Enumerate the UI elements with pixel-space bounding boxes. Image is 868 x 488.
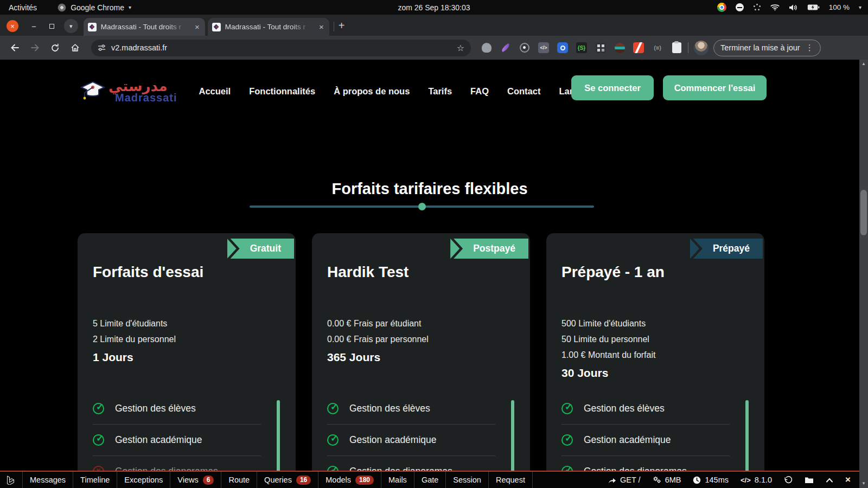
feature-label: Gestion des diaporamas [584, 466, 687, 471]
tab-close-icon[interactable]: × [318, 23, 325, 31]
tab-close-icon[interactable]: × [194, 23, 201, 31]
cross-circle-icon: × [93, 466, 104, 471]
scroll-down-arrow-icon[interactable]: ▼ [859, 481, 868, 486]
feature-list: ✓ Gestion des élèves ✓ Gestion académiqu… [327, 393, 495, 471]
update-chrome-button[interactable]: Terminer la mise à jour ⋮ [713, 40, 821, 56]
collapse-up-icon[interactable] [826, 478, 833, 483]
system-menu-caret-icon[interactable]: ▾ [859, 4, 861, 10]
debugbar-tab-session[interactable]: Session [446, 472, 489, 488]
debugbar-tab-route[interactable]: Route [221, 472, 257, 488]
plan-badge: Gratuit [227, 239, 294, 259]
debugbar-tab-queries[interactable]: Queries16 [257, 472, 318, 488]
debugbar-tab-mails[interactable]: Mails [381, 472, 414, 488]
debugbar-tab-messages[interactable]: Messages [23, 472, 73, 488]
colorpicker-extension-icon[interactable] [633, 42, 644, 54]
window-minimize-button[interactable]: − [31, 22, 36, 30]
debugbar-tab-models[interactable]: Models180 [318, 472, 381, 488]
window-maximize-button[interactable] [49, 24, 54, 29]
check-circle-icon: ✓ [561, 434, 573, 446]
debugbar-tab-exceptions[interactable]: Exceptions [117, 472, 170, 488]
page-title: Forfaits tarifaires flexibles [0, 180, 859, 198]
goggles-extension-icon[interactable] [614, 42, 626, 54]
forward-button[interactable] [27, 40, 43, 56]
battery-icon[interactable] [807, 4, 820, 11]
site-logo[interactable]: مدرستي Madrassati [80, 79, 177, 103]
feature-row: ✓ Gestion des diaporamas [561, 456, 730, 471]
feature-label: Gestion académique [349, 434, 437, 446]
profile-avatar[interactable] [694, 41, 709, 55]
nav-a-propos[interactable]: À propos de nous [334, 86, 410, 97]
tab-title: Madrassati - Tout droits r [101, 23, 189, 31]
card-scrollbar[interactable] [511, 400, 514, 471]
code-extension-icon[interactable]: </> [538, 42, 550, 54]
plans-slider-track[interactable] [250, 206, 594, 208]
feature-row: ✓ Gestion des élèves [561, 393, 730, 425]
do-not-disturb-icon[interactable] [736, 3, 744, 11]
recorder-extension-icon[interactable] [519, 42, 531, 54]
plan-duration: 365 Jours [327, 351, 515, 364]
tab-active[interactable]: Madrassati - Tout droits r × [84, 18, 205, 36]
bookmark-star-icon[interactable]: ☆ [457, 43, 464, 53]
chrome-tray-icon-inner [719, 5, 724, 10]
folder-icon[interactable] [805, 477, 814, 484]
window-close-button[interactable]: × [7, 20, 18, 32]
new-tab-button[interactable]: + [339, 20, 345, 31]
desktop-screen: Activités Google Chrome ▾ zom 26 Sep 18:… [0, 0, 868, 488]
feature-label: Gestion des élèves [584, 403, 665, 414]
chrome-tray-icon[interactable] [717, 3, 726, 12]
card-scrollbar[interactable] [277, 400, 280, 471]
login-button[interactable]: Se connecter [571, 75, 654, 100]
volume-icon[interactable] [789, 4, 798, 11]
extensions-row: </> {S} (≡) [481, 42, 682, 54]
toolbar-divider [688, 42, 688, 53]
tab-search-button[interactable]: ▾ [64, 19, 78, 33]
reload-button[interactable] [47, 40, 63, 56]
debugbar-tab-views[interactable]: Views6 [170, 472, 221, 488]
scroll-up-arrow-icon[interactable]: ▲ [859, 61, 868, 66]
debugbar-tab-gate[interactable]: Gate [414, 472, 446, 488]
plan-details: 500 Limite d'étudiants 50 Limite du pers… [561, 316, 749, 363]
card-scrollbar[interactable] [745, 400, 749, 471]
update-chrome-label: Terminer la mise à jour [720, 43, 800, 52]
grid-extension-icon[interactable] [595, 42, 607, 54]
nav-fonctionnalites[interactable]: Fonctionnalités [249, 86, 315, 97]
debugbar-tab-request[interactable]: Request [489, 472, 533, 488]
nav-contact[interactable]: Contact [507, 86, 540, 97]
plan-badge: Postpayé [450, 239, 528, 259]
check-circle-icon: ✓ [93, 434, 104, 446]
app-menu-button[interactable]: Google Chrome ▾ [58, 3, 131, 12]
pricing-card-postpaye: Postpayé Hardik Test 0.00 € Frais par ét… [312, 233, 530, 471]
nav-faq[interactable]: FAQ [470, 86, 489, 97]
feature-label: Gestion académique [115, 434, 202, 446]
ghost-extension-icon[interactable] [481, 42, 493, 54]
pricing-card-gratuit: Gratuit Forfaits d'essai 5 Limite d'étud… [78, 233, 296, 471]
indicator-dots-icon[interactable] [753, 3, 761, 11]
extensions-puzzle-icon[interactable] [671, 42, 682, 54]
nav-accueil[interactable]: Accueil [199, 86, 231, 97]
tab-inactive[interactable]: Madrassati - Tout droits r × [208, 18, 329, 36]
browser-menu-kebab-icon[interactable]: ⋮ [806, 43, 814, 53]
activities-button[interactable]: Activités [9, 3, 37, 12]
plan-badge: Prépayé [690, 239, 763, 259]
plan-duration: 1 Jours [93, 351, 280, 364]
script-extension-icon[interactable]: {S} [576, 42, 588, 54]
start-trial-button[interactable]: Commencer l'essai [663, 75, 767, 100]
clock[interactable]: zom 26 Sep 18:30:03 [398, 3, 470, 12]
regex-extension-icon[interactable]: (≡) [652, 42, 663, 54]
tab-title: Madrassati - Tout droits r [225, 23, 314, 31]
home-button[interactable] [67, 40, 83, 56]
scrollbar-thumb[interactable] [860, 190, 867, 235]
debugbar-tab-timeline[interactable]: Timeline [73, 472, 117, 488]
browser-scrollbar[interactable]: ▲ ▼ [859, 60, 868, 488]
laravel-icon[interactable] [0, 472, 23, 488]
nav-tarifs[interactable]: Tarifs [428, 86, 452, 97]
back-button[interactable] [7, 40, 23, 56]
video-extension-icon[interactable] [557, 42, 569, 54]
slider-handle[interactable] [418, 203, 426, 210]
quill-extension-icon[interactable] [500, 42, 512, 54]
address-bar[interactable]: v2.madrassati.fr ☆ [91, 40, 471, 56]
history-icon[interactable] [784, 476, 793, 484]
debugbar-close-icon[interactable]: × [845, 474, 851, 485]
site-info-icon[interactable] [98, 44, 106, 52]
wifi-icon[interactable] [770, 4, 780, 11]
